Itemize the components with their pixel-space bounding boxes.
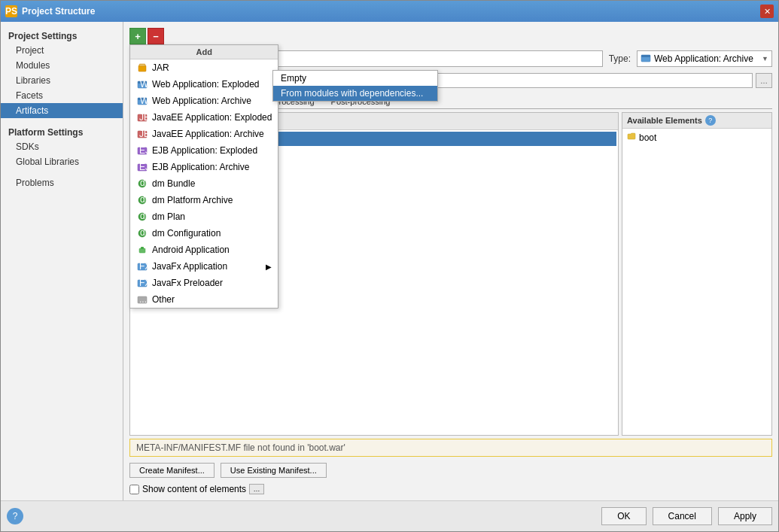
javafx-submenu-arrow: ▶ <box>266 263 272 271</box>
svg-text:dm: dm <box>140 228 148 238</box>
dm-plan-icon: dm <box>136 211 148 223</box>
menu-item-dm-platform-archive[interactable]: dm dm Platform Archive <box>130 192 278 208</box>
menu-item-web-exploded[interactable]: W Web Application: Exploded <box>130 76 278 93</box>
svg-rect-25 <box>141 247 144 249</box>
menu-item-web-exploded-label: Web Application: Exploded <box>152 79 260 90</box>
svg-rect-1 <box>139 64 145 66</box>
menu-item-javaee-exploded-label: JavaEE Application: Exploded <box>152 112 272 123</box>
jar-submenu: Empty From modules with dependencies... <box>272 70 438 102</box>
svg-text:FX: FX <box>139 278 148 288</box>
top-toolbar: + − Add JAR W Web Appli <box>129 28 772 44</box>
submenu-item-empty[interactable]: Empty <box>273 71 437 86</box>
window-title: Project Structure <box>22 6 756 17</box>
ejb-archive-icon: EJB <box>136 161 148 173</box>
menu-item-other[interactable]: ... Other <box>130 291 278 308</box>
right-panel-header: Available Elements ? <box>622 113 771 129</box>
apply-button[interactable]: Apply <box>718 507 772 525</box>
menu-item-android-label: Android Application <box>152 245 230 255</box>
menu-item-android-application[interactable]: Android Application <box>130 242 278 258</box>
menu-item-javaee-archive[interactable]: JEE JavaEE Application: Archive <box>130 126 278 142</box>
close-button[interactable]: ✕ <box>760 5 774 18</box>
menu-item-web-archive-label: Web Application: Archive <box>152 96 251 106</box>
status-message: META-INF/MANIFEST.MF file not found in '… <box>136 442 345 453</box>
android-icon <box>136 244 148 256</box>
svg-text:EJB: EJB <box>139 162 148 172</box>
sidebar-divider2 <box>1 169 123 175</box>
menu-item-dm-config-label: dm Configuration <box>152 228 221 239</box>
dm-platform-icon: dm <box>136 194 148 206</box>
list-item[interactable]: boot <box>624 130 770 144</box>
sidebar-item-global-libraries[interactable]: Global Libraries <box>1 154 123 169</box>
menu-item-javafx-application[interactable]: FX JavaFx Application ▶ <box>130 258 278 275</box>
menu-item-dm-bundle-label: dm Bundle <box>152 178 195 189</box>
main-content: Project Settings Project Modules Librari… <box>1 22 778 500</box>
manifest-row: Create Manifest... Use Existing Manifest… <box>129 463 772 478</box>
ok-button[interactable]: OK <box>601 507 646 525</box>
submenu-from-modules-label: From modules with dependencies... <box>281 88 423 99</box>
add-dropdown-header: Add <box>130 45 278 59</box>
svg-text:EJB: EJB <box>139 145 148 156</box>
project-structure-dialog: PS Project Structure ✕ Project Settings … <box>0 0 779 532</box>
remove-button[interactable]: − <box>148 28 164 44</box>
menu-item-dm-platform-label: dm Platform Archive <box>152 195 233 205</box>
cancel-button[interactable]: Cancel <box>653 507 712 525</box>
show-content-checkbox[interactable] <box>129 485 139 494</box>
submenu-empty-label: Empty <box>281 73 306 84</box>
main-panel: + − Add JAR W Web Appli <box>123 22 778 500</box>
menu-item-dm-bundle[interactable]: dm dm Bundle <box>130 175 278 192</box>
menu-item-dm-configuration[interactable]: dm dm Configuration <box>130 225 278 242</box>
menu-item-ejb-archive[interactable]: EJB EJB Application: Archive <box>130 159 278 175</box>
javaee-exploded-icon: JEE <box>136 111 148 123</box>
menu-item-javaee-archive-label: JavaEE Application: Archive <box>152 129 264 139</box>
sidebar-item-libraries[interactable]: Libraries <box>1 73 123 88</box>
type-select[interactable]: Web Application: Archive ▼ <box>637 50 772 67</box>
menu-item-web-archive[interactable]: W Web Application: Archive <box>130 93 278 109</box>
menu-item-javafx-preloader[interactable]: FX JavaFx Preloader <box>130 275 278 291</box>
javaee-archive-icon: JEE <box>136 128 148 140</box>
ejb-exploded-icon: EJB <box>136 144 148 157</box>
show-content-checkbox-label[interactable]: Show content of elements <box>129 484 246 494</box>
help-button[interactable]: ? <box>7 508 23 524</box>
menu-item-javafx-label: JavaFx Application <box>152 261 227 272</box>
menu-item-ejb-exploded-label: EJB Application: Exploded <box>152 145 257 156</box>
sidebar-item-artifacts[interactable]: Artifacts <box>1 103 123 118</box>
bottom-row: Show content of elements … <box>129 484 772 494</box>
sidebar-divider <box>1 118 123 124</box>
use-existing-manifest-button[interactable]: Use Existing Manifest... <box>221 463 327 478</box>
title-bar: PS Project Structure ✕ <box>1 1 778 22</box>
add-button[interactable]: + <box>129 28 146 44</box>
right-panel-item-label: boot <box>639 132 656 143</box>
svg-text:dm: dm <box>140 178 148 188</box>
submenu-item-from-modules[interactable]: From modules with dependencies... <box>273 86 437 101</box>
svg-text:...: ... <box>139 294 147 305</box>
right-panel: Available Elements ? boot <box>622 112 772 436</box>
dm-bundle-icon: dm <box>136 178 148 190</box>
sidebar-item-facets[interactable]: Facets <box>1 88 123 103</box>
sidebar-item-sdks[interactable]: SDKs <box>1 139 123 154</box>
menu-item-dm-plan[interactable]: dm dm Plan <box>130 208 278 225</box>
javafx-icon: FX <box>136 260 148 272</box>
dm-config-icon: dm <box>136 227 148 239</box>
available-elements-help-icon[interactable]: ? <box>705 115 716 126</box>
sidebar-item-problems[interactable]: Problems <box>1 175 123 190</box>
menu-item-ejb-exploded[interactable]: EJB EJB Application: Exploded <box>130 142 278 159</box>
sidebar: Project Settings Project Modules Librari… <box>1 22 123 500</box>
output-browse-button[interactable]: … <box>756 73 772 88</box>
svg-text:dm: dm <box>140 211 148 221</box>
other-icon: ... <box>136 293 148 306</box>
menu-item-javaee-exploded[interactable]: JEE JavaEE Application: Exploded <box>130 109 278 126</box>
right-panel-title: Available Elements <box>627 116 702 125</box>
javafx-preloader-icon: FX <box>136 277 148 289</box>
status-bar: META-INF/MANIFEST.MF file not found in '… <box>129 439 772 457</box>
web-archive-icon: W <box>136 95 148 107</box>
create-manifest-button[interactable]: Create Manifest... <box>129 463 215 478</box>
svg-text:dm: dm <box>140 195 148 205</box>
svg-text:FX: FX <box>139 261 148 272</box>
menu-item-jar[interactable]: JAR <box>130 59 278 76</box>
svg-text:JEE: JEE <box>139 112 148 123</box>
sidebar-item-project[interactable]: Project <box>1 43 123 58</box>
right-panel-content: boot <box>622 129 771 146</box>
menu-item-jar-label: JAR <box>152 62 169 73</box>
show-content-more-button[interactable]: … <box>249 484 264 494</box>
sidebar-item-modules[interactable]: Modules <box>1 58 123 73</box>
